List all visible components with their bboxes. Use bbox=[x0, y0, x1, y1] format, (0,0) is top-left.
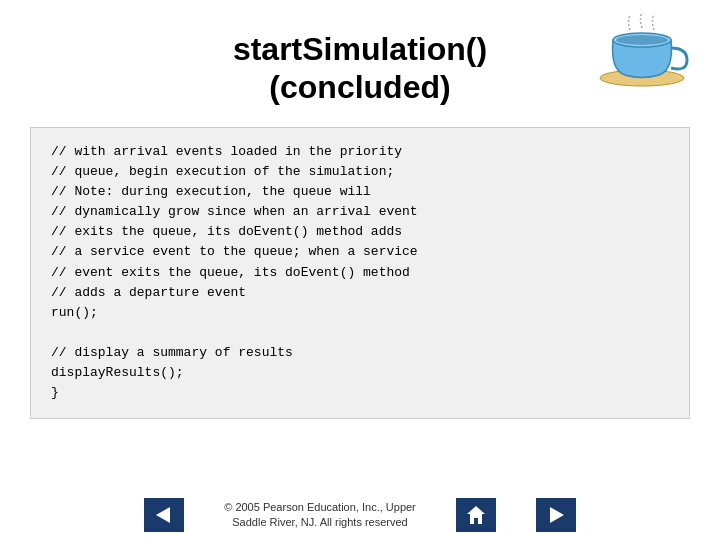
slide-title-line2: (concluded) bbox=[233, 68, 487, 106]
copyright-line1: © 2005 Pearson Education, Inc., Upper bbox=[224, 500, 416, 515]
copyright-text: © 2005 Pearson Education, Inc., Upper Sa… bbox=[224, 500, 416, 531]
svg-marker-3 bbox=[156, 507, 170, 523]
slide: startSimulation() (concluded) // with ar… bbox=[0, 0, 720, 540]
svg-marker-4 bbox=[467, 506, 485, 524]
home-icon bbox=[465, 504, 487, 526]
title-area: startSimulation() (concluded) bbox=[233, 30, 487, 107]
teacup-decoration bbox=[595, 10, 690, 88]
next-button[interactable] bbox=[536, 498, 576, 532]
footer: © 2005 Pearson Education, Inc., Upper Sa… bbox=[0, 498, 720, 532]
home-button[interactable] bbox=[456, 498, 496, 532]
copyright-line2: Saddle River, NJ. All rights reserved bbox=[224, 515, 416, 530]
svg-point-2 bbox=[616, 35, 668, 45]
prev-button[interactable] bbox=[144, 498, 184, 532]
slide-title-line1: startSimulation() bbox=[233, 30, 487, 68]
code-block: // with arrival events loaded in the pri… bbox=[30, 127, 690, 419]
svg-marker-5 bbox=[550, 507, 564, 523]
next-icon bbox=[546, 505, 566, 525]
code-content: // with arrival events loaded in the pri… bbox=[51, 142, 669, 404]
prev-icon bbox=[154, 505, 174, 525]
